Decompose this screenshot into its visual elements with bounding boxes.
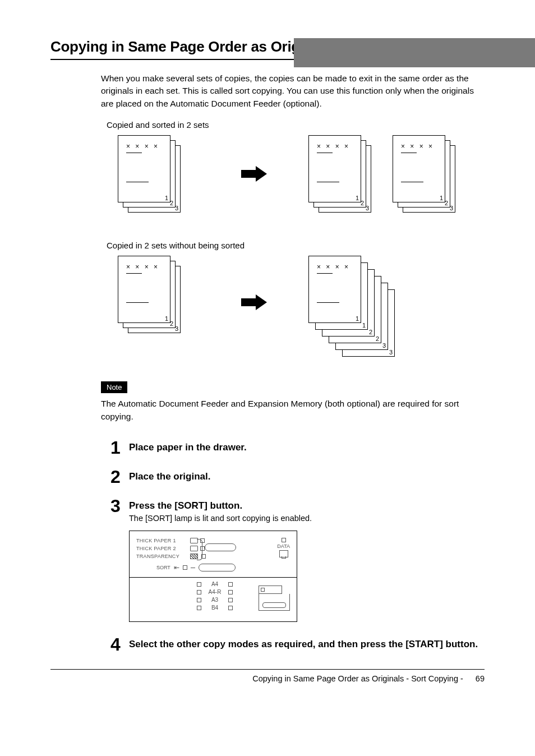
footer-title: Copying in Same Page Order as Originals … <box>252 674 463 683</box>
indicator-icon <box>228 598 233 602</box>
step-number: 4 <box>110 635 121 653</box>
step-description: The [SORT] lamp is lit and sort copying … <box>129 514 485 523</box>
steps-list: 1 Place paper in the drawer. 2 Place the… <box>110 439 485 653</box>
diagram2-caption: Copied in 2 sets without being sorted <box>107 241 485 250</box>
step-title: Press the [SORT] button. <box>129 500 485 511</box>
indicator-icon <box>228 590 233 594</box>
step-1: 1 Place paper in the drawer. <box>110 439 485 457</box>
panel-transparency-label: TRANSPARENCY <box>136 554 187 559</box>
control-panel-illustration: THICK PAPER 1 THICK PAPER 2 TRANSPARENCY… <box>129 531 297 622</box>
size-a4: A4 <box>206 581 224 587</box>
printer-icon <box>279 550 288 557</box>
sorted-output-stack-2: 3 2 × × × × 1 <box>393 135 465 219</box>
media-select-button <box>205 543 236 551</box>
paper-size-list: A4 A4-R A3 B4 <box>197 581 233 612</box>
note-text: The Automatic Document Feeder and Expans… <box>101 398 485 423</box>
step-2: 2 Place the original. <box>110 468 485 486</box>
footer-page-number: 69 <box>476 674 485 683</box>
sort-icon: ⇤ <box>174 564 179 571</box>
page-footer: Copying in Same Page Order as Originals … <box>50 670 485 683</box>
diagram-sorted: 3 2 × × × × 1 3 2 × × × × 1 3 2 <box>118 135 485 231</box>
step-title: Place paper in the drawer. <box>129 442 485 453</box>
sort-button <box>199 564 236 571</box>
size-b4: B4 <box>206 605 224 611</box>
diagram-unsorted: 3 2 × × × × 1 3 3 2 2 1 × × × × 1 <box>118 256 485 374</box>
indicator-icon <box>282 538 286 542</box>
step-title: Place the original. <box>129 471 485 482</box>
panel-data-label: DATA <box>277 543 290 549</box>
size-a4r: A4-R <box>206 589 224 595</box>
sorted-output-stack-1: 3 2 × × × × 1 <box>308 135 381 219</box>
indicator-icon <box>261 588 265 592</box>
diagram1-caption: Copied and sorted in 2 sets <box>107 120 485 130</box>
step-number: 1 <box>110 439 121 457</box>
note-badge: Note <box>101 381 127 393</box>
size-a3: A3 <box>206 597 224 603</box>
printer-tray-icon <box>259 586 290 611</box>
sorted-input-stack: 3 2 × × × × 1 <box>118 135 191 219</box>
panel-thickpaper1-label: THICK PAPER 1 <box>136 538 187 543</box>
unsorted-input-stack: 3 2 × × × × 1 <box>118 256 191 340</box>
step-number: 3 <box>110 497 121 515</box>
step-3: 3 Press the [SORT] button. The [SORT] la… <box>110 497 485 622</box>
indicator-icon <box>228 606 233 610</box>
indicator-icon <box>228 582 233 587</box>
unsorted-output-stack: 3 3 2 2 1 × × × × 1 <box>308 256 381 368</box>
step-number: 2 <box>110 468 121 486</box>
indicator-icon <box>197 606 201 610</box>
panel-sort-label: SORT <box>156 565 170 570</box>
chapter-tab <box>294 38 535 67</box>
panel-thickpaper2-label: THICK PAPER 2 <box>136 546 187 551</box>
bracket-icon <box>197 539 202 560</box>
indicator-icon <box>183 565 187 570</box>
indicator-icon <box>197 590 201 594</box>
intro-paragraph: When you make several sets of copies, th… <box>101 72 485 110</box>
step-title: Select the other copy modes as required,… <box>129 639 485 650</box>
indicator-icon <box>197 598 201 602</box>
step-4: 4 Select the other copy modes as require… <box>110 635 485 653</box>
indicator-icon <box>197 582 201 587</box>
